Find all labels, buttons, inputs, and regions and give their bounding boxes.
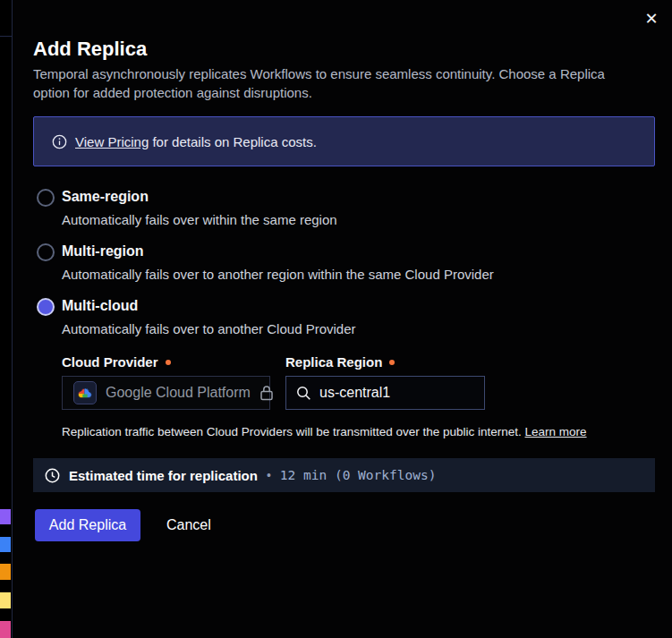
background-stripe-purple [0, 509, 11, 524]
background-stripe-orange [0, 564, 11, 580]
close-icon[interactable]: ✕ [638, 5, 665, 32]
option-multi-region[interactable]: Multi-region Automatically fails over to… [37, 242, 494, 284]
add-replica-dialog: ✕ Add Replica Temporal asynchronously re… [12, 0, 672, 638]
dialog-title: Add Replica [33, 38, 147, 61]
option-same-region[interactable]: Same-region Automatically fails over wit… [37, 188, 337, 229]
option-description: Automatically fails over to another regi… [62, 266, 494, 284]
option-description: Automatically fails over within the same… [62, 211, 337, 229]
clock-icon [45, 468, 60, 483]
background-divider [0, 36, 12, 37]
pricing-banner-text: View Pricing for details on Replica cost… [75, 134, 317, 149]
required-dot [166, 360, 171, 365]
estimate-separator: • [267, 468, 271, 482]
pricing-info-banner: View Pricing for details on Replica cost… [33, 116, 655, 166]
info-circle-icon [52, 134, 67, 149]
gcp-logo-icon [73, 381, 97, 404]
cloud-provider-label: Cloud Provider [62, 354, 171, 370]
search-icon [296, 386, 311, 401]
cloud-provider-select[interactable]: Google Cloud Platform [62, 376, 270, 410]
radio-multi-region[interactable] [37, 243, 55, 261]
cancel-button[interactable]: Cancel [157, 509, 220, 541]
option-label[interactable]: Same-region [62, 188, 337, 206]
radio-same-region[interactable] [37, 189, 55, 207]
option-multi-cloud[interactable]: Multi-cloud Automatically fails over to … [37, 297, 356, 338]
dialog-description: Temporal asynchronously replicates Workf… [33, 64, 631, 102]
option-label[interactable]: Multi-region [62, 242, 494, 260]
background-stripe-yellow [0, 592, 11, 608]
radio-multi-cloud[interactable] [37, 298, 55, 316]
background-stripe-blue [0, 537, 11, 552]
replica-region-input[interactable]: us-central1 [285, 376, 485, 410]
estimate-label: Estimated time for replication [69, 468, 258, 483]
screen: ✕ Add Replica Temporal asynchronously re… [0, 0, 672, 638]
add-replica-button[interactable]: Add Replica [35, 509, 140, 541]
replica-region-label: Replica Region [285, 354, 395, 370]
learn-more-link[interactable]: Learn more [525, 425, 587, 438]
estimate-value: 12 min (0 Workflows) [280, 468, 437, 482]
view-pricing-link[interactable]: View Pricing [75, 134, 149, 149]
estimated-time-banner: Estimated time for replication • 12 min … [33, 458, 655, 492]
pricing-banner-rest: for details on Replica costs. [149, 134, 317, 149]
cloud-provider-value: Google Cloud Platform [106, 385, 251, 401]
option-label[interactable]: Multi-cloud [62, 297, 356, 315]
background-stripe-pink [0, 621, 11, 638]
replica-region-value: us-central1 [319, 385, 390, 401]
network-note: Replication traffic between Cloud Provid… [62, 424, 599, 439]
option-description: Automatically fails over to another Clou… [62, 320, 356, 338]
lock-icon [259, 385, 274, 401]
required-dot [389, 360, 395, 365]
